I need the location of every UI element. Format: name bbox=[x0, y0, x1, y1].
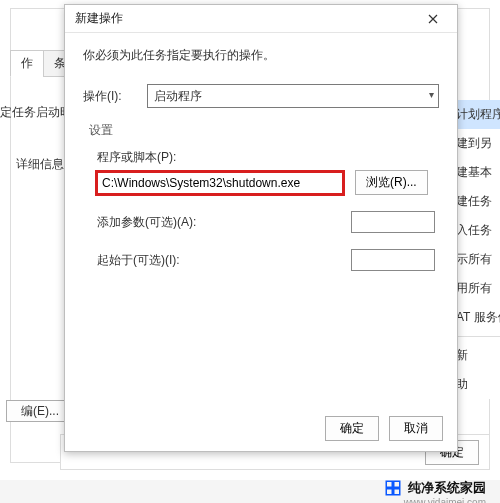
tab-actions[interactable]: 作 bbox=[10, 50, 44, 77]
startin-input[interactable] bbox=[351, 249, 435, 271]
chevron-down-icon: ▾ bbox=[429, 89, 434, 100]
watermark-name: 纯净系统家园 bbox=[408, 479, 486, 497]
svg-rect-0 bbox=[386, 481, 392, 487]
titlebar: 新建操作 bbox=[65, 5, 457, 33]
svg-rect-3 bbox=[394, 489, 400, 495]
arguments-input[interactable] bbox=[351, 211, 435, 233]
program-field: 程序或脚本(P): 浏览(R)... bbox=[97, 149, 435, 195]
instruction-text: 你必须为此任务指定要执行的操作。 bbox=[83, 47, 439, 64]
action-row: 操作(I): 启动程序 ▾ bbox=[83, 84, 439, 108]
watermark-url: www.yidaimei.com bbox=[404, 497, 486, 503]
ok-button[interactable]: 确定 bbox=[325, 416, 379, 441]
browse-button[interactable]: 浏览(R)... bbox=[355, 170, 428, 195]
action-combobox-value: 启动程序 bbox=[154, 88, 202, 105]
cancel-button[interactable]: 取消 bbox=[389, 416, 443, 441]
action-combobox[interactable]: 启动程序 ▾ bbox=[147, 84, 439, 108]
startin-field: 起始于(可选)(I): bbox=[97, 249, 435, 271]
arguments-label: 添加参数(可选)(A): bbox=[97, 214, 196, 231]
trigger-label: 定任务启动时 bbox=[0, 104, 72, 121]
dialog-title: 新建操作 bbox=[75, 10, 413, 27]
dialog-body: 你必须为此任务指定要执行的操作。 操作(I): 启动程序 ▾ 设置 程序或脚本(… bbox=[65, 33, 457, 297]
new-action-dialog: 新建操作 你必须为此任务指定要执行的操作。 操作(I): 启动程序 ▾ 设置 程… bbox=[64, 4, 458, 452]
watermark: 纯净系统家园 www.yidaimei.com bbox=[384, 479, 486, 497]
settings-group-label: 设置 bbox=[89, 122, 439, 139]
settings-group: 程序或脚本(P): 浏览(R)... 添加参数(可选)(A): 起始于(可选)(… bbox=[83, 149, 439, 271]
svg-rect-1 bbox=[394, 481, 400, 487]
arguments-field: 添加参数(可选)(A): bbox=[97, 211, 435, 233]
close-button[interactable] bbox=[413, 6, 453, 32]
close-icon bbox=[428, 14, 438, 24]
dialog-footer: 确定 取消 bbox=[325, 416, 443, 441]
startin-label: 起始于(可选)(I): bbox=[97, 252, 180, 269]
svg-rect-2 bbox=[386, 489, 392, 495]
logo-icon bbox=[384, 479, 402, 497]
action-label: 操作(I): bbox=[83, 88, 147, 105]
program-input[interactable] bbox=[97, 172, 343, 194]
left-details-label: 详细信息 bbox=[16, 156, 64, 173]
program-label: 程序或脚本(P): bbox=[97, 149, 435, 166]
